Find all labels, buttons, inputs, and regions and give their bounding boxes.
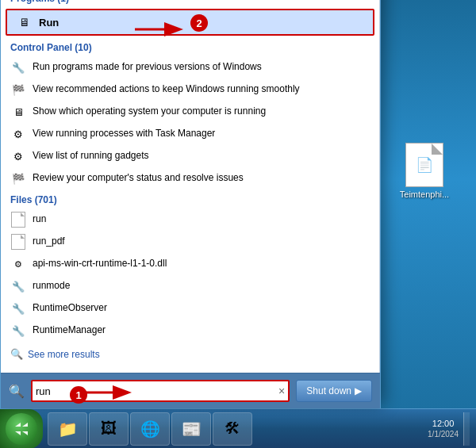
news-icon: 📰 [182, 419, 202, 438]
cp-icon-5: ⚙ [10, 148, 26, 164]
cp-text-1: Run programs made for previous versions … [33, 61, 262, 74]
cp-item-3[interactable]: 🖥 Show which operating system your compu… [1, 101, 379, 123]
cp-text-5: View list of running gadgets [33, 150, 149, 163]
taskbar-item-news[interactable]: 📰 [171, 412, 211, 446]
file-item-6[interactable]: 🔧 RuntimeManager [1, 320, 379, 342]
menu-left: Programs (1) 🖥 Run Control Panel (10) 🔧 … [1, 0, 380, 373]
taskbar-right: 12:00 1/1/2024 [421, 412, 476, 446]
start-button[interactable] [0, 409, 43, 449]
file-icon-5: 🔧 [10, 301, 26, 316]
search-icon-see-more: 🔍 [10, 348, 23, 360]
start-orb [6, 413, 37, 445]
file-text-1: run [33, 213, 46, 226]
cp-icon-1: 🔧 [10, 59, 26, 75]
file-icon-1 [10, 212, 26, 228]
shutdown-arrow-icon: ▶ [355, 385, 362, 396]
search-clear-button[interactable]: × [278, 385, 285, 397]
see-more-results[interactable]: 🔍 See more results [1, 342, 379, 366]
file-item-2[interactable]: run_pdf [1, 231, 379, 253]
cp-text-4: View running processes with Task Manager [33, 128, 215, 140]
desktop: 📄 Teimtenphi... Programs (1) 🖥 Run Contr… [0, 0, 476, 448]
run-program-icon: 🖥 [17, 14, 33, 30]
taskbar-item-folder[interactable]: 📁 [48, 412, 87, 446]
file-item-4[interactable]: 🔧 runmode [1, 275, 379, 297]
taskbar: 📁 🖼 🌐 📰 🛠 12:00 1/1/2024 [0, 408, 476, 448]
taskbar-item-chrome[interactable]: 🌐 [130, 412, 170, 446]
document-icon-image: 📄 [405, 143, 443, 187]
taskbar-items: 📁 🖼 🌐 📰 🛠 [46, 409, 421, 448]
cp-icon-6: 🏁 [10, 170, 26, 186]
files-header: Files (701) [1, 190, 379, 209]
clock-date: 1/1/2024 [428, 429, 459, 439]
cp-text-6: Review your computer's status and resolv… [33, 172, 244, 185]
file-item-1[interactable]: run [1, 209, 379, 231]
programs-header: Programs (1) [1, 0, 379, 7]
cp-text-2: View recommended actions to keep Windows… [33, 83, 300, 96]
cp-item-2[interactable]: 🏁 View recommended actions to keep Windo… [1, 78, 379, 101]
annotation-circle-2: 2 [190, 14, 208, 32]
file-item-3[interactable]: ⚙ api-ms-win-crt-runtime-l1-1-0.dll [1, 253, 379, 275]
file-icon-3: ⚙ [10, 256, 26, 272]
file-icon-4: 🔧 [10, 278, 26, 294]
see-more-label: See more results [28, 349, 100, 360]
file-text-3: api-ms-win-crt-runtime-l1-1-0.dll [33, 258, 167, 270]
cp-icon-4: ⚙ [10, 126, 26, 142]
cp-icon-2: 🏁 [10, 82, 26, 98]
cp-text-3: Show which operating system your compute… [33, 105, 266, 118]
file-text-6: RuntimeManager [33, 324, 106, 337]
photos-icon: 🖼 [101, 419, 117, 438]
system-clock: 12:00 1/1/2024 [428, 418, 459, 439]
shutdown-button[interactable]: Shut down ▶ [296, 380, 372, 402]
annotation-circle-1: 1 [70, 386, 87, 404]
file-text-5: RuntimeObserver [33, 302, 107, 315]
file-item-5[interactable]: 🔧 RuntimeObserver [1, 297, 379, 320]
cp-item-1[interactable]: 🔧 Run programs made for previous version… [1, 56, 379, 78]
file-text-4: runmode [33, 280, 70, 293]
taskbar-item-tools[interactable]: 🛠 [213, 412, 252, 446]
cp-icon-3: 🖥 [10, 104, 26, 120]
cp-item-5[interactable]: ⚙ View list of running gadgets [1, 145, 379, 167]
desktop-icon-label: Teimtenphi... [400, 190, 449, 199]
clock-time: 12:00 [428, 418, 459, 429]
file-text-2: run_pdf [33, 235, 65, 248]
file-icon-2 [10, 234, 26, 250]
start-menu-body: Programs (1) 🖥 Run Control Panel (10) 🔧 … [1, 0, 380, 373]
cp-item-6[interactable]: 🏁 Review your computer's status and reso… [1, 167, 379, 190]
show-desktop-button[interactable] [463, 412, 470, 446]
shutdown-label: Shut down [306, 385, 351, 396]
folder-icon: 📁 [58, 419, 78, 438]
taskbar-item-photos[interactable]: 🖼 [89, 412, 129, 446]
file-icon-6: 🔧 [10, 323, 26, 339]
desktop-icon-document[interactable]: 📄 Teimtenphi... [397, 143, 452, 199]
tools-icon: 🛠 [225, 419, 240, 438]
start-menu: Programs (1) 🖥 Run Control Panel (10) 🔧 … [0, 0, 381, 408]
chrome-icon: 🌐 [140, 419, 160, 438]
cp-item-4[interactable]: ⚙ View running processes with Task Manag… [1, 123, 379, 145]
